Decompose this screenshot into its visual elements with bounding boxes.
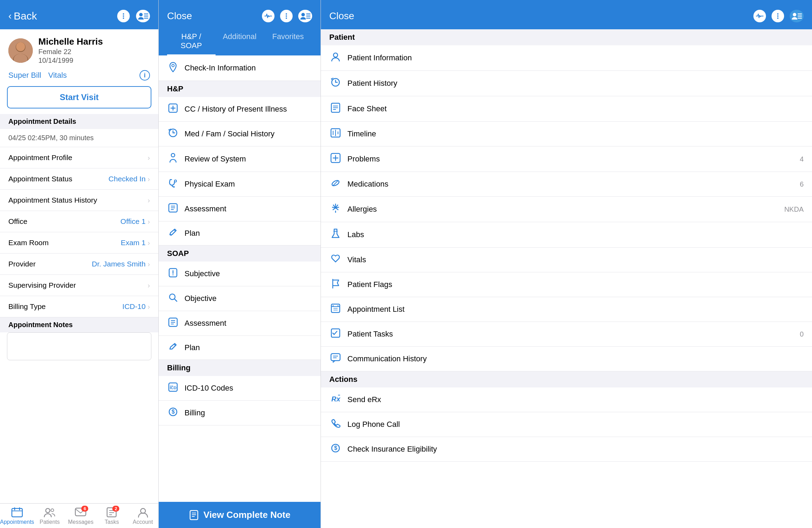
more-options-button[interactable]: [280, 10, 293, 22]
provider-row[interactable]: Provider Dr. James Smith ›: [0, 254, 158, 275]
svg-point-36: [171, 153, 175, 157]
labs-row[interactable]: Labs: [321, 222, 812, 248]
appointment-list-label: Appointment List: [347, 305, 804, 314]
appointment-profile-row[interactable]: Appointment Profile ›: [0, 147, 158, 168]
problems-row[interactable]: Problems 4: [321, 146, 812, 172]
patient-tasks-badge: 0: [800, 330, 804, 338]
appointments-icon: [11, 507, 23, 518]
svg-text:$: $: [172, 409, 175, 415]
cc-history-row[interactable]: CC / History of Present Illness: [159, 97, 321, 122]
patient-flags-row[interactable]: Patient Flags: [321, 272, 812, 297]
nav-messages[interactable]: 6 Messages: [65, 507, 96, 525]
person-list-icon[interactable]: [136, 10, 150, 22]
view-complete-note-label: View Complete Note: [203, 510, 290, 520]
appointments-label: Appointments: [0, 519, 34, 525]
labs-icon: [329, 228, 342, 241]
log-phone-call-label: Log Phone Call: [347, 420, 804, 429]
tab-additional[interactable]: Additional: [216, 28, 264, 55]
hp-plan-row[interactable]: Plan: [159, 221, 321, 246]
tab-hp-soap[interactable]: H&P / SOAP: [167, 28, 216, 55]
timeline-row[interactable]: Timeline: [321, 122, 812, 146]
supervising-provider-label: Supervising Provider: [8, 281, 76, 289]
appointment-status-history-row[interactable]: Appointment Status History ›: [0, 190, 158, 211]
svg-point-27: [301, 13, 305, 16]
svg-text:Rx: Rx: [331, 395, 340, 403]
appointment-list-row[interactable]: Appointment List: [321, 297, 812, 322]
panel3-heartbeat-icon[interactable]: [753, 10, 766, 22]
patient-information-row[interactable]: Patient Information: [321, 45, 812, 71]
super-bill-link[interactable]: Super Bill: [8, 71, 41, 80]
physical-exam-row[interactable]: Physical Exam: [159, 172, 321, 197]
close-button[interactable]: Close: [167, 10, 192, 22]
svg-point-68: [793, 13, 796, 16]
nav-account[interactable]: Account: [127, 507, 158, 525]
panel3-more-options-button[interactable]: [772, 10, 784, 22]
medications-badge: 6: [800, 180, 804, 188]
hp-assessment-label: Assessment: [185, 204, 226, 213]
nav-patients[interactable]: Patients: [34, 507, 65, 525]
exam-room-label: Exam Room: [8, 239, 49, 247]
send-erx-row[interactable]: Rx Send eRx: [321, 387, 812, 412]
soap-pencil-icon: [167, 342, 179, 353]
problems-label: Problems: [347, 154, 794, 164]
avatar: [8, 38, 33, 63]
supervising-provider-row[interactable]: Supervising Provider ›: [0, 275, 158, 296]
messages-icon: 6: [74, 507, 87, 518]
medications-row[interactable]: Medications 6: [321, 172, 812, 197]
patient-tasks-row[interactable]: Patient Tasks 0: [321, 322, 812, 347]
icd10-codes-row[interactable]: ICD 10 ICD-10 Codes: [159, 376, 321, 401]
face-sheet-row[interactable]: Face Sheet: [321, 96, 812, 122]
objective-row[interactable]: Objective: [159, 286, 321, 311]
appointment-status-row[interactable]: Appointment Status Checked In ›: [0, 168, 158, 190]
svg-point-24: [286, 13, 287, 15]
log-phone-call-row[interactable]: Log Phone Call: [321, 412, 812, 437]
svg-point-66: [777, 15, 779, 17]
back-label: Back: [14, 10, 37, 22]
exclamation-icon: [167, 268, 179, 280]
view-complete-note-button[interactable]: View Complete Note: [159, 502, 321, 528]
more-options-button[interactable]: [117, 10, 130, 22]
patient-history-row[interactable]: Patient History: [321, 71, 812, 96]
appointment-status-label: Appointment Status: [8, 175, 72, 183]
account-label: Account: [133, 519, 153, 525]
subjective-row[interactable]: Subjective: [159, 262, 321, 286]
med-fam-history-row[interactable]: Med / Fam / Social History: [159, 122, 321, 146]
check-insurance-row[interactable]: $ Check Insurance Eligibility: [321, 437, 812, 462]
communication-history-row[interactable]: Communication History: [321, 347, 812, 371]
office-row[interactable]: Office Office 1 ›: [0, 211, 158, 232]
allergies-row[interactable]: Allergies NKDA: [321, 197, 812, 222]
billing-row[interactable]: $ Billing: [159, 401, 321, 425]
back-button[interactable]: ‹ Back: [8, 10, 37, 22]
start-visit-button[interactable]: Start Visit: [7, 86, 151, 108]
panel2-person-list-icon[interactable]: [298, 10, 312, 22]
svg-point-1: [123, 15, 124, 17]
check-in-information-row[interactable]: Check-In Information: [159, 55, 321, 81]
soap-plan-row[interactable]: Plan: [159, 336, 321, 360]
tab-favorites[interactable]: Favorites: [264, 28, 312, 55]
nav-appointments[interactable]: Appointments: [0, 507, 34, 525]
info-icon[interactable]: i: [140, 70, 150, 81]
phone-icon: [329, 418, 342, 430]
billing-type-row[interactable]: Billing Type ICD-10 ›: [0, 296, 158, 317]
timeline-label: Timeline: [347, 129, 804, 138]
objective-label: Objective: [185, 294, 217, 303]
soap-assessment-row[interactable]: Assessment: [159, 311, 321, 336]
panel3-content: Patient Patient Information Patient Hist…: [321, 29, 812, 528]
svg-line-93: [336, 208, 338, 210]
svg-point-37: [174, 180, 176, 182]
allergies-badge: NKDA: [784, 205, 804, 213]
appointment-notes-input[interactable]: [7, 332, 151, 360]
panel-appointments: ‹ Back: [0, 0, 159, 528]
nav-tasks[interactable]: 2 Tasks: [96, 507, 127, 525]
exam-room-row[interactable]: Exam Room Exam 1 ›: [0, 232, 158, 254]
panel3-close-button[interactable]: Close: [329, 10, 354, 22]
vitals-link[interactable]: Vitals: [48, 71, 67, 80]
panel3-person-list-icon[interactable]: [790, 10, 804, 22]
review-of-system-row[interactable]: Review of System: [159, 146, 321, 172]
back-chevron-icon: ‹: [8, 10, 12, 22]
vitals-row[interactable]: Vitals: [321, 248, 812, 272]
hp-assessment-row[interactable]: Assessment: [159, 197, 321, 221]
check-in-information-label: Check-In Information: [185, 63, 256, 73]
chevron-icon: ›: [148, 281, 150, 289]
heartbeat-icon[interactable]: [262, 10, 275, 22]
